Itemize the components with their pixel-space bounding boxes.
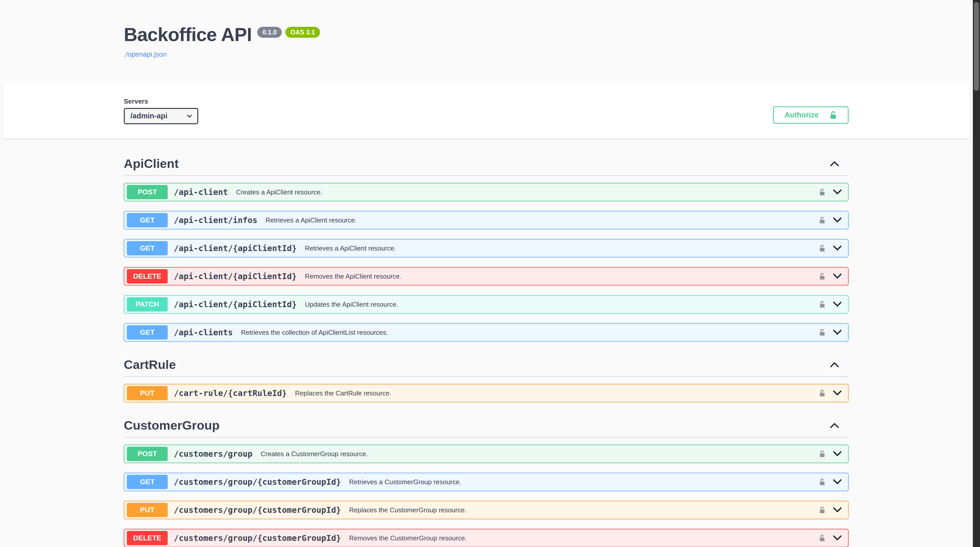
chevron-down-icon	[832, 534, 842, 542]
operations-list: POST /api-client Creates a ApiClient res…	[124, 183, 849, 342]
expand-operation-button[interactable]	[832, 273, 842, 280]
operation-auth-button[interactable]	[818, 389, 826, 397]
operation-path: /api-client/{apiClientId}	[174, 299, 297, 309]
unlocked-padlock-icon	[818, 188, 826, 196]
operation-description: Retrieves a CustomerGroup resource.	[349, 478, 461, 486]
method-badge: PUT	[127, 503, 168, 517]
chevron-down-icon	[832, 329, 842, 336]
operation-path: /api-client/{apiClientId}	[174, 272, 297, 281]
operation-auth-button[interactable]	[818, 506, 826, 514]
unlocked-padlock-icon	[818, 272, 826, 280]
operation-auth-button[interactable]	[818, 450, 826, 458]
operation-auth-button[interactable]	[818, 188, 826, 196]
tag-header[interactable]: CartRule	[124, 351, 849, 377]
operation-row[interactable]: GET /customers/group/{customerGroupId} R…	[124, 473, 849, 491]
operation-row[interactable]: GET /api-client/infos Retrieves a ApiCli…	[124, 211, 849, 229]
method-badge: GET	[127, 241, 168, 255]
chevron-up-icon	[829, 361, 840, 369]
collapse-section-button[interactable]	[829, 421, 840, 429]
method-badge: GET	[127, 213, 168, 227]
method-badge: PATCH	[127, 297, 168, 312]
unlocked-padlock-icon	[829, 110, 837, 120]
unlocked-padlock-icon	[818, 450, 826, 458]
operation-description: Retrieves the collection of ApiClientLis…	[241, 329, 388, 337]
operation-row[interactable]: DELETE /api-client/{apiClientId} Removes…	[124, 267, 849, 286]
chevron-down-icon	[832, 273, 842, 280]
authorize-button[interactable]: Authorize	[773, 107, 849, 124]
page-scrollbar-track[interactable]	[973, 0, 980, 547]
operation-row[interactable]: POST /api-client Creates a ApiClient res…	[124, 183, 849, 201]
operation-auth-button[interactable]	[818, 534, 826, 542]
unlocked-padlock-icon	[818, 478, 826, 486]
unlocked-padlock-icon	[818, 506, 826, 514]
expand-operation-button[interactable]	[832, 216, 842, 224]
operation-description: Retrieves a ApiClient resource.	[305, 245, 396, 252]
operation-description: Creates a CustomerGroup resource.	[261, 450, 368, 458]
operation-auth-button[interactable]	[818, 328, 826, 337]
tag-header[interactable]: CustomerGroup	[124, 412, 849, 437]
operation-description: Creates a ApiClient resource.	[236, 188, 322, 196]
version-badge: 0.1.0	[257, 27, 282, 38]
tag-title: CartRule	[124, 358, 176, 372]
expand-operation-button[interactable]	[832, 301, 842, 308]
expand-operation-button[interactable]	[832, 390, 842, 397]
chevron-down-icon	[832, 506, 842, 514]
operation-auth-button[interactable]	[818, 272, 826, 280]
operation-row[interactable]: GET /api-client/{apiClientId} Retrieves …	[124, 239, 849, 258]
unlocked-padlock-icon	[818, 328, 826, 337]
operation-description: Removes the CustomerGroup resource.	[349, 534, 467, 542]
expand-operation-button[interactable]	[832, 329, 842, 336]
unlocked-padlock-icon	[818, 216, 826, 224]
collapse-section-button[interactable]	[829, 361, 840, 369]
operation-row[interactable]: PATCH /api-client/{apiClientId} Updates …	[124, 295, 849, 313]
tag-title: CustomerGroup	[124, 418, 220, 433]
expand-operation-button[interactable]	[832, 479, 842, 485]
operation-auth-button[interactable]	[818, 300, 826, 308]
chevron-down-icon	[832, 189, 842, 196]
method-badge: POST	[127, 185, 168, 199]
operation-description: Updates the ApiClient resource.	[305, 301, 398, 308]
authorize-button-label: Authorize	[784, 111, 819, 119]
operation-path: /customers/group	[174, 449, 252, 459]
method-badge: GET	[127, 475, 168, 489]
operation-row[interactable]: DELETE /customers/group/{customerGroupId…	[124, 529, 849, 547]
page-scrollbar-thumb[interactable]	[974, 2, 979, 91]
chevron-down-icon	[832, 450, 842, 458]
operation-auth-button[interactable]	[818, 478, 826, 486]
servers-select[interactable]: /admin-api	[124, 108, 198, 124]
unlocked-padlock-icon	[818, 300, 826, 308]
expand-operation-button[interactable]	[832, 506, 842, 514]
expand-operation-button[interactable]	[832, 189, 842, 196]
chevron-down-icon	[832, 301, 842, 308]
oas-badge: OAS 3.1	[285, 27, 320, 38]
method-badge: PUT	[127, 386, 168, 400]
api-tag-section: CustomerGroup POST /customers/group Crea…	[124, 412, 849, 547]
operation-row[interactable]: GET /api-clients Retrieves the collectio…	[124, 323, 849, 342]
chevron-down-icon	[186, 113, 192, 119]
tag-header[interactable]: ApiClient	[124, 150, 849, 176]
operation-path: /api-client/{apiClientId}	[174, 243, 297, 253]
operation-row[interactable]: PUT /customers/group/{customerGroupId} R…	[124, 501, 849, 519]
operation-path: /api-client/infos	[174, 215, 258, 225]
operation-description: Removes the ApiClient resource.	[305, 272, 402, 280]
operation-path: /customers/group/{customerGroupId}	[174, 505, 341, 515]
openapi-spec-link[interactable]: ./openapi.json	[124, 51, 167, 59]
operations-list: PUT /cart-rule/{cartRuleId} Replaces the…	[124, 384, 849, 402]
api-tag-section: ApiClient POST /api-client Creates a Api…	[124, 150, 849, 342]
operation-auth-button[interactable]	[818, 244, 826, 252]
unlocked-padlock-icon	[818, 244, 826, 252]
expand-operation-button[interactable]	[832, 450, 842, 458]
collapse-section-button[interactable]	[829, 160, 840, 167]
swagger-ui-page: Backoffice API 0.1.0 OAS 3.1 ./openapi.j…	[0, 0, 980, 547]
api-tag-section: CartRule PUT /cart-rule/{cartRuleId} Rep…	[124, 351, 849, 402]
method-badge: POST	[127, 447, 168, 461]
operations-list: POST /customers/group Creates a Customer…	[124, 445, 849, 547]
operation-description: Retrieves a ApiClient resource.	[266, 216, 357, 224]
servers-select-value: /admin-api	[130, 112, 167, 120]
operation-auth-button[interactable]	[818, 216, 826, 224]
operation-row[interactable]: PUT /cart-rule/{cartRuleId} Replaces the…	[124, 384, 849, 402]
operation-row[interactable]: POST /customers/group Creates a Customer…	[124, 445, 849, 463]
page-title: Backoffice API	[124, 24, 251, 45]
expand-operation-button[interactable]	[832, 534, 842, 542]
expand-operation-button[interactable]	[832, 245, 842, 252]
